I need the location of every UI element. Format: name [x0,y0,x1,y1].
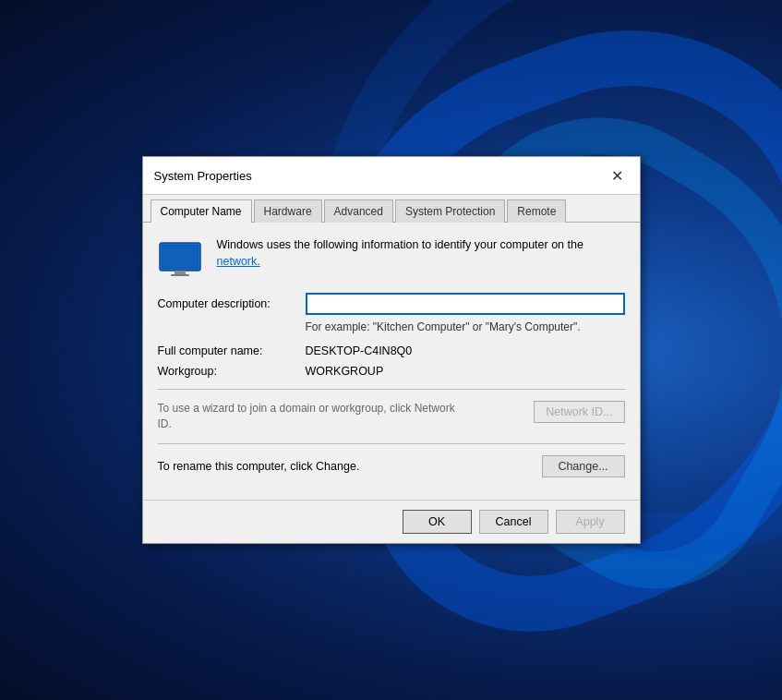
rename-section: To rename this computer, click Change. C… [158,455,625,477]
computer-description-label: Computer description: [158,297,306,310]
computer-description-hint: For example: "Kitchen Computer" or "Mary… [306,320,625,333]
network-id-button[interactable]: Network ID... [534,401,624,423]
tab-advanced[interactable]: Advanced [324,199,393,223]
info-row: Windows uses the following information t… [158,237,625,278]
monitor-icon [158,241,202,278]
rename-text: To rename this computer, click Change. [158,460,360,473]
tab-system-protection[interactable]: System Protection [395,199,505,223]
separator-1 [158,389,625,390]
full-computer-name-value: DESKTOP-C4IN8Q0 [306,344,413,357]
tab-bar: Computer Name Hardware Advanced System P… [143,195,640,223]
dialog-title: System Properties [154,169,252,183]
ok-button[interactable]: OK [403,510,472,534]
tab-computer-name[interactable]: Computer Name [150,199,252,223]
full-computer-name-label: Full computer name: [158,344,306,357]
workgroup-value: WORKGROUP [306,365,384,378]
separator-2 [158,443,625,444]
close-button[interactable]: ✕ [607,164,629,187]
dialog-footer: OK Cancel Apply [143,500,640,543]
tab-hardware[interactable]: Hardware [254,199,322,223]
change-button[interactable]: Change... [542,455,625,477]
workgroup-row: Workgroup: WORKGROUP [158,365,625,378]
network-id-section: To use a wizard to join a domain or work… [158,401,625,432]
cancel-button[interactable]: Cancel [479,510,548,534]
info-text: Windows uses the following information t… [217,237,625,270]
tab-content-computer-name: Windows uses the following information t… [143,223,640,500]
dialog-titlebar: System Properties ✕ [143,157,640,195]
computer-description-row: Computer description: [158,293,625,315]
svg-rect-3 [174,271,186,274]
full-computer-name-row: Full computer name: DESKTOP-C4IN8Q0 [158,344,625,357]
system-properties-dialog: System Properties ✕ Computer Name Hardwa… [142,156,641,544]
tab-remote[interactable]: Remote [507,199,566,223]
computer-description-input[interactable] [306,293,625,315]
svg-rect-4 [171,274,189,276]
apply-button[interactable]: Apply [556,510,625,534]
svg-rect-2 [162,246,198,267]
network-id-text: To use a wizard to join a domain or work… [158,401,463,432]
workgroup-label: Workgroup: [158,365,306,378]
network-link: network. [217,255,260,268]
